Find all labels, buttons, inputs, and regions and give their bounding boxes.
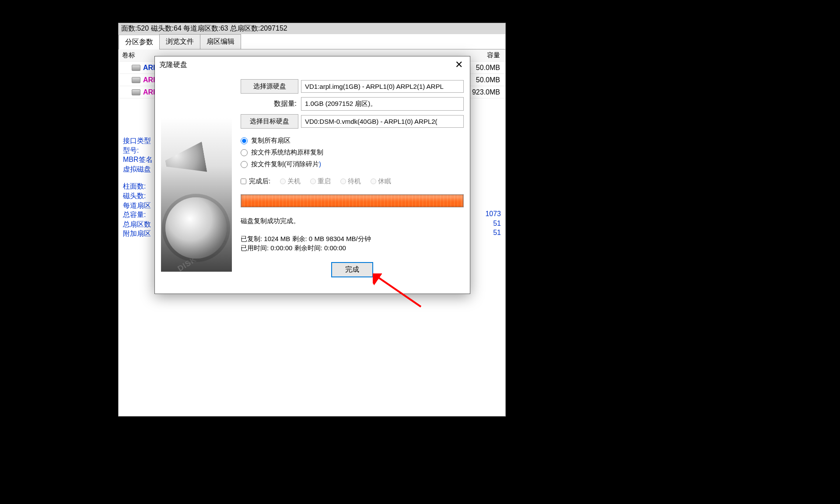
dialog-title: 克隆硬盘 [159,60,187,70]
copy-mode-all-sectors[interactable]: 复制所有扇区 [241,136,464,145]
copy-mode-by-file[interactable]: 按文件复制(可消除碎片) [241,160,464,168]
radio-input[interactable] [241,137,248,144]
copy-mode-fs-structure[interactable]: 按文件系统结构原样复制 [241,148,464,157]
tab-partition-params[interactable]: 分区参数 [119,35,160,49]
tab-sector-edit[interactable]: 扇区编辑 [200,34,241,49]
disk-illustration: DISK GENIUS [161,79,232,272]
checkbox-input[interactable] [241,178,246,184]
progress-bar [241,194,464,207]
disk-geometry-bar: 面数:520 磁头数:64 每道扇区数:63 总扇区数:2097152 [119,23,505,34]
finish-button[interactable]: 完成 [331,262,373,277]
target-disk-field: VD0:DSM-0.vmdk(40GB) - ARPL1(0) ARPL2( [301,115,464,128]
select-source-disk-button[interactable]: 选择源硬盘 [241,79,298,94]
disk-icon [132,65,140,71]
after-hibernate[interactable]: 休眠 [371,177,391,186]
radio-input[interactable] [241,149,248,156]
tab-bar: 分区参数 浏览文件 扇区编辑 [119,34,505,49]
source-disk-field: VD1:arpl.img(1GB) - ARPL1(0) ARPL2(1) AR… [301,80,464,93]
after-standby[interactable]: 待机 [340,177,361,186]
after-complete-row: 完成后: 关机 重启 待机 休眠 [241,177,464,186]
after-complete-checkbox[interactable]: 完成后: [241,177,270,186]
clone-disk-dialog: 克隆硬盘 ✕ DISK GENIUS 选择源硬盘 VD1:arpl.img(1G… [154,56,470,294]
radio-input[interactable] [241,161,248,168]
disk-icon [132,89,140,95]
after-shutdown[interactable]: 关机 [280,177,301,186]
close-icon[interactable]: ✕ [452,59,466,70]
disk-info-values: 1073 51 51 [485,209,501,238]
after-reboot[interactable]: 重启 [310,177,331,186]
select-target-disk-button[interactable]: 选择目标硬盘 [241,114,298,129]
disk-icon [132,77,140,83]
data-amount-field: 1.0GB (2097152 扇区)。 [301,97,464,111]
status-message: 磁盘复制成功完成。 [241,217,464,225]
copy-stats: 已复制: 1024 MB 剩余: 0 MB 98304 MB/分钟 已用时间: … [241,234,464,252]
data-amount-label: 数据量: [241,99,298,108]
brand-label: DISK GENIUS [176,236,228,272]
copy-mode-group: 复制所有扇区 按文件系统结构原样复制 按文件复制(可消除碎片) [241,136,464,168]
tab-browse-files[interactable]: 浏览文件 [159,34,200,49]
